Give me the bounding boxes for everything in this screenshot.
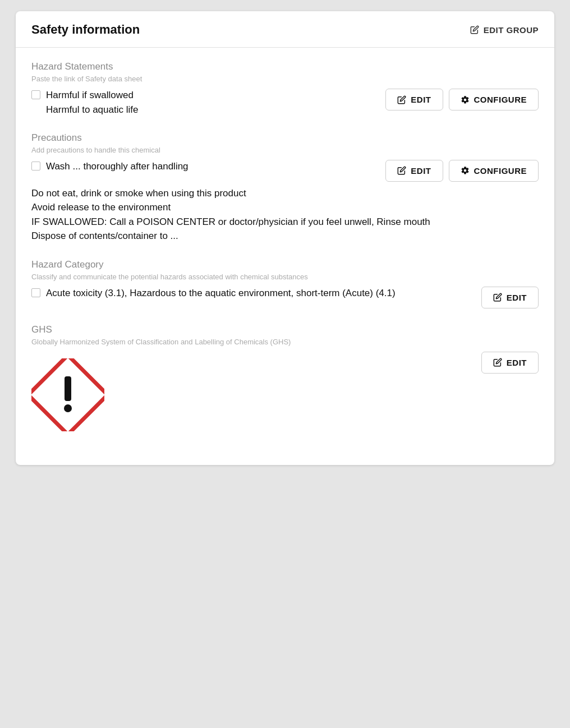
edit-icon-2 (397, 166, 406, 175)
precautions-extra-items: Do not eat, drink or smoke when using th… (31, 186, 539, 243)
hazard-statements-field-row: Harmful if swallowed Harmful to aquatic … (31, 89, 539, 117)
hazard-statements-primary: Harmful if swallowed (46, 89, 138, 102)
hazard-category-edit-label: EDIT (507, 293, 527, 302)
edit-group-button[interactable]: EDIT GROUP (470, 25, 539, 35)
configure-icon-2 (461, 166, 470, 175)
precautions-label: Precautions (31, 132, 539, 144)
pencil-icon (470, 25, 479, 34)
hazard-statements-section: Hazard Statements Paste the link of Safe… (31, 61, 539, 117)
hazard-category-hint: Classify and communicate the potential h… (31, 273, 539, 281)
safety-information-card: Safety information EDIT GROUP Hazard Sta… (16, 11, 554, 465)
hazard-statements-hint: Paste the link of Safety data sheet (31, 75, 539, 83)
ghs-content (31, 352, 472, 431)
precautions-edit-label: EDIT (411, 166, 431, 176)
card-header: Safety information EDIT GROUP (16, 11, 554, 48)
precaution-item-3: IF SWALLOWED: Call a POISON CENTER or do… (31, 215, 539, 229)
hazard-category-label: Hazard Category (31, 259, 539, 270)
ghs-exclamation-symbol (31, 358, 104, 431)
edit-icon-3 (493, 293, 502, 302)
hazard-statements-content: Harmful if swallowed Harmful to aquatic … (31, 89, 376, 117)
edit-icon-4 (493, 358, 502, 367)
edit-group-label: EDIT GROUP (484, 25, 539, 35)
hazard-category-field-row: Acute toxicity (3.1), Hazardous to the a… (31, 287, 539, 308)
precautions-hint: Add precautions to handle this chemical (31, 146, 539, 154)
configure-icon (461, 95, 470, 104)
card-title: Safety information (31, 22, 140, 37)
hazard-statements-edit-button[interactable]: EDIT (385, 89, 443, 110)
hazard-category-primary: Acute toxicity (3.1), Hazardous to the a… (46, 287, 396, 300)
hazard-statements-secondary: Harmful to aquatic life (46, 103, 138, 117)
edit-icon (397, 95, 406, 104)
hazard-category-content: Acute toxicity (3.1), Hazardous to the a… (31, 287, 472, 300)
precaution-item-4: Dispose of contents/container to ... (31, 229, 539, 243)
precautions-content: Wash ... thoroughly after handling (31, 160, 376, 173)
precautions-edit-button[interactable]: EDIT (385, 160, 443, 182)
hazard-statements-configure-label: CONFIGURE (474, 95, 527, 104)
ghs-actions: EDIT (481, 352, 539, 374)
hazard-statements-values: Harmful if swallowed Harmful to aquatic … (46, 89, 138, 117)
precaution-item-1: Do not eat, drink or smoke when using th… (31, 186, 539, 201)
hazard-statements-label: Hazard Statements (31, 61, 539, 72)
hazard-category-section: Hazard Category Classify and communicate… (31, 259, 539, 308)
precautions-actions: EDIT CONFIGURE (385, 160, 539, 182)
precautions-configure-label: CONFIGURE (474, 166, 527, 176)
precaution-item-2: Avoid release to the environment (31, 200, 539, 215)
hazard-statements-actions: EDIT CONFIGURE (385, 89, 539, 110)
ghs-section: GHS Globally Harmonized System of Classi… (31, 324, 539, 431)
ghs-field-row: EDIT (31, 352, 539, 431)
precautions-checkbox[interactable] (31, 162, 40, 171)
ghs-label: GHS (31, 324, 539, 335)
svg-point-2 (64, 404, 72, 412)
hazard-category-edit-button[interactable]: EDIT (481, 287, 539, 308)
hazard-category-checkbox[interactable] (31, 288, 40, 297)
hazard-category-actions: EDIT (481, 287, 539, 308)
hazard-statements-configure-button[interactable]: CONFIGURE (449, 89, 539, 110)
hazard-statements-edit-label: EDIT (411, 95, 431, 104)
card-body: Hazard Statements Paste the link of Safe… (16, 48, 554, 465)
ghs-hint: Globally Harmonized System of Classifica… (31, 338, 539, 346)
ghs-edit-button[interactable]: EDIT (481, 352, 539, 374)
precautions-field-row: Wash ... thoroughly after handling EDIT (31, 160, 539, 182)
precautions-section: Precautions Add precautions to handle th… (31, 132, 539, 243)
svg-rect-1 (65, 376, 71, 401)
precautions-primary: Wash ... thoroughly after handling (46, 160, 189, 173)
precautions-configure-button[interactable]: CONFIGURE (449, 160, 539, 182)
hazard-statements-checkbox[interactable] (31, 90, 40, 99)
ghs-edit-label: EDIT (507, 358, 527, 367)
